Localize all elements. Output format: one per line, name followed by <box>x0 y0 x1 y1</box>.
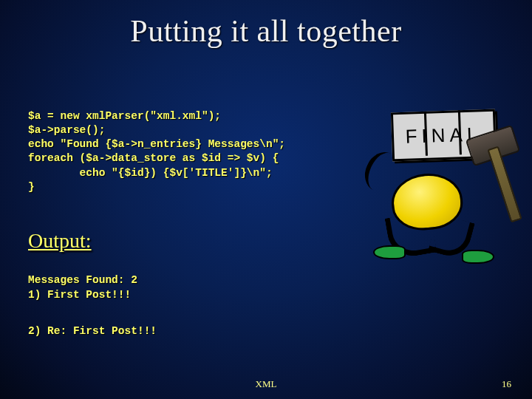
output-line: 2) Re: First Post!!! <box>28 325 157 337</box>
code-line: $a = new xmlParser("xml.xml"); <box>28 110 221 122</box>
final-mallet-illustration: FINAL <box>358 111 506 259</box>
page-number: 16 <box>502 378 511 390</box>
output-heading: Output: <box>28 229 92 253</box>
slide-title: Putting it all together <box>0 13 532 49</box>
output-block: Messages Found: 2 1) First Post!!! <box>28 273 137 302</box>
output-line: Messages Found: 2 <box>28 274 137 286</box>
code-line: foreach ($a->data_store as $id => $v) { <box>28 152 279 164</box>
code-line: $a->parse(); <box>28 124 105 136</box>
foot-icon <box>373 245 406 259</box>
code-block: $a = new xmlParser("xml.xml"); $a->parse… <box>28 109 285 194</box>
code-line: echo "{$id}) {$v['TITLE']}\n"; <box>28 167 273 179</box>
foot-icon <box>462 250 494 264</box>
slide: Putting it all together $a = new xmlPars… <box>0 0 532 399</box>
output-line: 1) First Post!!! <box>28 289 131 301</box>
footer-label: XML <box>0 378 532 390</box>
code-line: } <box>28 181 35 193</box>
mallet-handle-icon <box>487 146 522 223</box>
code-line: echo "Found {$a->n_entries} Messages\n"; <box>28 138 285 150</box>
